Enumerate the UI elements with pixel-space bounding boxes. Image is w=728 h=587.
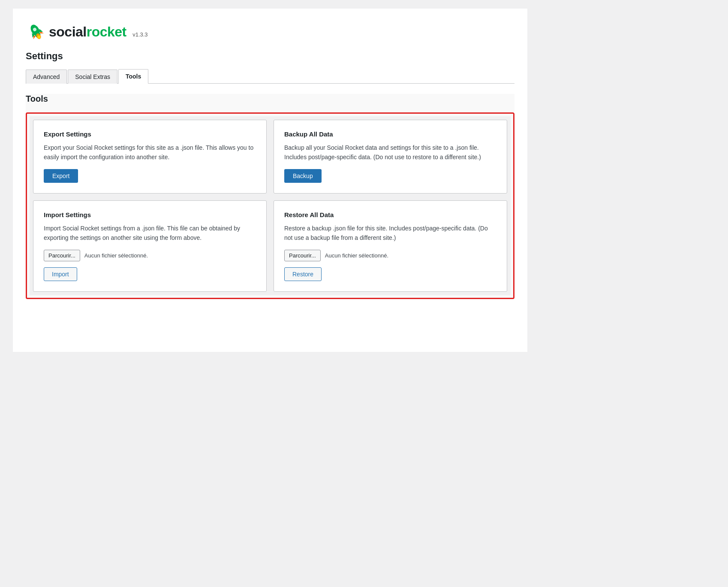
tabs-container: Advanced Social Extras Tools [26, 69, 514, 84]
tab-social-extras[interactable]: Social Extras [68, 70, 117, 84]
backup-all-data-description: Backup all your Social Rocket data and s… [284, 143, 496, 162]
tools-section-title: Tools [26, 94, 514, 104]
export-settings-card: Export Settings Export your Social Rocke… [33, 120, 267, 194]
import-file-no-selection: Aucun fichier sélectionné. [84, 252, 148, 259]
restore-file-input-row: Parcourir... Aucun fichier sélectionné. [284, 250, 496, 261]
logo-text: socialrocket v1.3.3 [49, 24, 148, 40]
import-file-input-row: Parcourir... Aucun fichier sélectionné. [44, 250, 256, 261]
page-header: socialrocket v1.3.3 [26, 21, 514, 42]
tab-advanced[interactable]: Advanced [26, 70, 67, 84]
restore-all-data-title: Restore All Data [284, 211, 496, 218]
restore-button[interactable]: Restore [284, 267, 322, 281]
restore-file-no-selection: Aucun fichier sélectionné. [325, 252, 388, 259]
import-button[interactable]: Import [44, 267, 77, 281]
import-settings-title: Import Settings [44, 211, 256, 218]
main-container: socialrocket v1.3.3 Settings Advanced So… [13, 9, 527, 352]
import-settings-card: Import Settings Import Social Rocket set… [33, 200, 267, 292]
page-title: Settings [26, 51, 514, 62]
logo-social-text: social [49, 24, 87, 39]
backup-button[interactable]: Backup [284, 169, 322, 183]
import-browse-button[interactable]: Parcourir... [44, 250, 80, 261]
highlighted-section: Export Settings Export your Social Rocke… [26, 112, 514, 299]
logo: socialrocket v1.3.3 [26, 21, 148, 42]
export-settings-description: Export your Social Rocket settings for t… [44, 143, 256, 162]
restore-all-data-description: Restore a backup .json file for this sit… [284, 224, 496, 243]
export-settings-title: Export Settings [44, 130, 256, 138]
tab-tools[interactable]: Tools [118, 69, 148, 84]
rocket-icon [26, 21, 46, 42]
export-button[interactable]: Export [44, 169, 78, 183]
backup-all-data-card: Backup All Data Backup all your Social R… [274, 120, 507, 194]
restore-all-data-card: Restore All Data Restore a backup .json … [274, 200, 507, 292]
tools-grid: Export Settings Export your Social Rocke… [30, 116, 511, 295]
import-settings-description: Import Social Rocket settings from a .js… [44, 224, 256, 243]
backup-all-data-title: Backup All Data [284, 130, 496, 138]
tools-wrapper: Tools Export Settings Export your Social… [26, 94, 514, 299]
restore-browse-button[interactable]: Parcourir... [284, 250, 321, 261]
logo-rocket-text: rocket [87, 24, 126, 39]
version-text: v1.3.3 [132, 31, 147, 38]
